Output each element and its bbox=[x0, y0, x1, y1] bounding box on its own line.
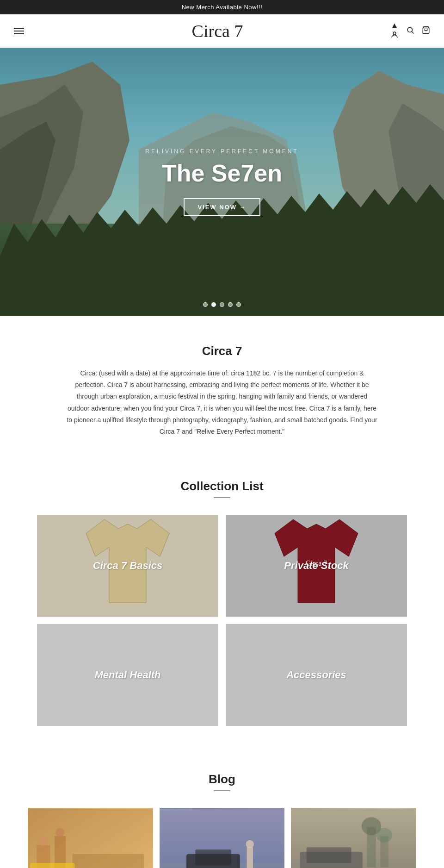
collection-divider bbox=[214, 497, 230, 498]
header-icons: ▲ bbox=[393, 21, 430, 41]
collection-label-mental: Mental Health bbox=[94, 669, 160, 681]
about-title: Circa 7 bbox=[56, 344, 388, 358]
svg-rect-29 bbox=[73, 854, 144, 868]
collection-label-private: Private Stock bbox=[284, 560, 348, 572]
svg-point-40 bbox=[246, 840, 253, 848]
hero-title: The Se7en bbox=[145, 159, 298, 187]
hero-dot-3[interactable] bbox=[220, 302, 224, 307]
blog-section: Blog bbox=[0, 754, 444, 868]
about-text: Circa: (used with a date) at the approxi… bbox=[65, 368, 379, 437]
svg-point-27 bbox=[39, 837, 48, 846]
cart-icon[interactable] bbox=[422, 26, 430, 37]
svg-point-0 bbox=[393, 32, 396, 35]
collection-item-basics[interactable]: Circa 7 Basics bbox=[37, 515, 218, 617]
collection-title: Collection List bbox=[37, 479, 407, 493]
hero-content: RELIVING EVERY PERFECT MOMENT The Se7en … bbox=[145, 148, 298, 216]
hero-dot-4[interactable] bbox=[228, 302, 233, 307]
blog-title: Blog bbox=[28, 772, 416, 787]
collection-grid: Circa 7 Basics Circa 7 Private Stock bbox=[37, 515, 407, 726]
search-icon[interactable] bbox=[406, 26, 414, 37]
collection-item-mental[interactable]: Mental Health bbox=[37, 624, 218, 726]
site-logo[interactable]: Circa 7 bbox=[42, 21, 393, 41]
blog-item-3[interactable] bbox=[291, 808, 416, 868]
announcement-bar: New Merch Available Now!!! bbox=[0, 0, 444, 14]
collection-section: Collection List Circa 7 Basics bbox=[0, 461, 444, 754]
blog-grid bbox=[28, 808, 416, 868]
hero-dots bbox=[203, 302, 241, 307]
hero-dot-5[interactable] bbox=[236, 302, 241, 307]
svg-line-2 bbox=[412, 31, 413, 33]
svg-rect-30 bbox=[30, 863, 75, 868]
svg-rect-46 bbox=[307, 847, 352, 863]
announcement-text: New Merch Available Now!!! bbox=[182, 4, 263, 11]
svg-point-53 bbox=[376, 828, 393, 843]
blog-item-2[interactable] bbox=[160, 808, 285, 868]
about-section: Circa 7 Circa: (used with a date) at the… bbox=[0, 316, 444, 461]
menu-button[interactable] bbox=[14, 28, 42, 34]
hero-view-now-button[interactable]: VIEW NOW → bbox=[184, 198, 260, 216]
svg-rect-36 bbox=[195, 849, 231, 865]
svg-point-28 bbox=[56, 828, 64, 837]
blog-divider bbox=[214, 790, 230, 791]
hero-section: RELIVING EVERY PERFECT MOMENT The Se7en … bbox=[0, 48, 444, 316]
collection-item-private[interactable]: Circa 7 Private Stock bbox=[226, 515, 407, 617]
collection-label-accessories: Accessories bbox=[286, 669, 346, 681]
header: Circa 7 ▲ bbox=[0, 14, 444, 48]
collection-label-basics: Circa 7 Basics bbox=[93, 560, 162, 572]
svg-rect-39 bbox=[247, 847, 253, 868]
collection-item-accessories[interactable]: Accessories bbox=[226, 624, 407, 726]
hero-subtitle: RELIVING EVERY PERFECT MOMENT bbox=[145, 148, 298, 155]
hero-dot-1[interactable] bbox=[203, 302, 208, 307]
svg-point-1 bbox=[407, 27, 413, 32]
blog-item-1[interactable] bbox=[28, 808, 153, 868]
user-icon[interactable]: ▲ bbox=[390, 21, 399, 41]
hero-dot-2[interactable] bbox=[211, 302, 216, 307]
